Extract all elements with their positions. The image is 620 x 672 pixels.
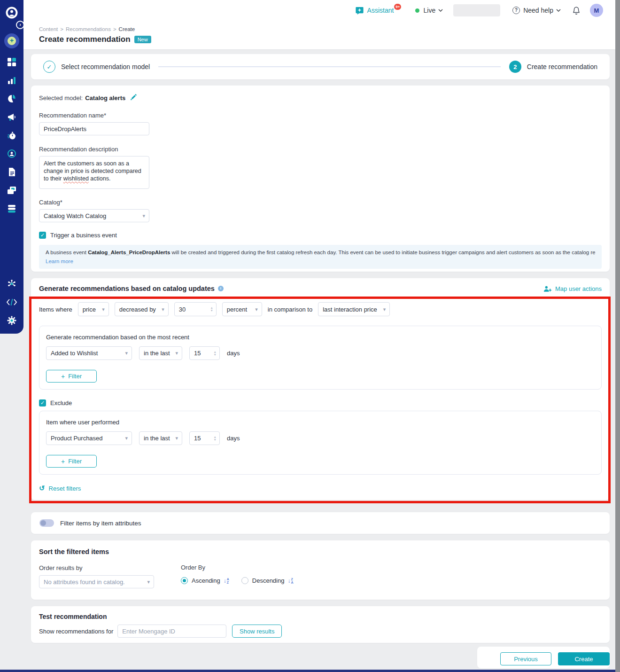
sort-card-title: Sort the filtered items [39,548,602,555]
chevron-down-icon: ▾ [125,435,128,441]
attribute-select[interactable]: price▾ [78,302,109,316]
sidebar-item-audience[interactable] [7,148,17,158]
assistant-chat-icon [355,6,364,15]
selected-model-value: Catalog alerts [85,94,125,102]
chevron-down-icon [438,9,443,12]
sidebar-item-data[interactable] [7,203,16,213]
attributes-toggle[interactable] [39,519,54,527]
exclude-days-input[interactable]: 15 ▲▼ [189,431,220,445]
moengage-id-input[interactable]: Enter Moengage ID [117,625,226,638]
breadcrumb-recommendations[interactable]: Recommendations [66,26,111,32]
description-label: Recommendation description [39,146,602,153]
in-comparison-to-label: in comparison to [268,306,312,313]
stepper-arrows-icon[interactable]: ▲▼ [210,306,213,312]
operator-select[interactable]: decreased by▾ [115,302,169,316]
exclude-action-select[interactable]: Product Purchased▾ [46,431,132,445]
need-help-menu[interactable]: ? Need help [512,7,561,14]
add-filter-button[interactable]: + Filter [46,455,97,468]
sidebar-item-segments[interactable] [7,94,16,103]
edit-model-button[interactable] [130,94,137,102]
exclude-window-select[interactable]: in the last▾ [139,431,182,445]
show-recommendations-label: Show recommendations for [39,628,113,635]
add-filter-button[interactable]: + Filter [46,370,97,383]
sidebar-expand-button[interactable]: › [16,21,24,29]
show-results-button[interactable]: Show results [232,625,282,638]
exclude-checkbox[interactable]: ✓ [39,399,46,406]
create-button[interactable]: Create [558,652,610,665]
chevron-down-icon: ▾ [142,213,145,219]
exclude-section-label: Item where user performed [46,419,595,426]
sidebar-item-content[interactable] [8,167,16,177]
network-icon [7,279,16,289]
sidebar-item-journeys[interactable] [7,130,16,140]
days-label: days [227,350,240,357]
sidebar-item-campaigns[interactable] [7,112,16,122]
items-where-label: Items where [39,306,72,313]
trigger-business-event-label: Trigger a business event [50,232,117,239]
sidebar-item-settings[interactable] [7,315,16,325]
sidebar-item-templates[interactable] [7,185,17,195]
sidebar-item-analytics[interactable] [7,75,16,85]
learn-more-link[interactable]: Learn more [46,258,595,264]
database-stack-icon [7,204,16,213]
stepper-arrows-icon[interactable]: ▲▼ [214,351,217,356]
business-event-name: Catalog_Alerts_PriceDropAlerts [88,250,170,255]
sidebar-nav: + [0,0,23,334]
trigger-business-event-checkbox[interactable]: ✓ [39,232,46,239]
catalog-select[interactable]: Catalog Watch Catalog ▾ [39,209,149,222]
code-icon [7,298,17,306]
chevron-down-icon: ▾ [255,306,258,313]
moengage-logo-icon[interactable] [5,6,19,22]
step1-label: Select recommendation model [61,63,150,70]
sidebar-item-create[interactable]: + [4,33,19,48]
step1-check-icon[interactable]: ✓ [43,61,55,73]
step2-circle[interactable]: 2 [509,61,521,73]
live-label: Live [423,7,435,14]
sidebar-item-integrations[interactable] [7,279,16,289]
sort-card: Sort the filtered items Order results by… [31,540,610,600]
stepper-arrows-icon[interactable]: ▲▼ [214,436,217,441]
ascending-radio[interactable] [181,577,188,584]
selected-model-label: Selected model: [39,94,83,102]
reset-filters-link[interactable]: ↺ Reset filters [39,484,602,492]
info-icon[interactable]: i [218,286,224,291]
breadcrumb-content[interactable]: Content [39,26,58,32]
previous-button[interactable]: Previous [500,652,551,665]
breadcrumb: Content>Recommendations>Create [39,26,615,32]
chevron-down-icon: ▾ [147,579,150,585]
sidebar-item-dashboard[interactable] [7,57,16,67]
amount-input[interactable]: 30 ▲▼ [174,302,217,316]
target-user-icon [7,148,17,159]
user-avatar[interactable]: M [590,4,603,17]
bottom-edge-strip [0,670,620,672]
recommendation-description-input[interactable]: Alert the customers as soon as a change … [39,156,149,189]
sidebar-item-developer-api[interactable] [7,297,17,307]
pencil-icon [130,94,137,101]
descending-radio[interactable] [241,577,248,584]
document-icon [8,167,16,177]
map-user-actions-link[interactable]: Map user actions [543,285,602,292]
recent-window-select[interactable]: in the last▾ [139,346,182,360]
recent-actions-box: Generate recommendation based on the mos… [39,326,602,390]
notifications-button[interactable] [572,6,581,15]
recommendation-name-input[interactable]: PriceDropAlerts [39,122,149,135]
recent-days-input[interactable]: 15 ▲▼ [189,346,220,360]
step2-label: Create recommendation [527,63,597,70]
recent-action-select[interactable]: Added to Wishlist▾ [46,346,132,360]
descending-label: Descending [252,577,285,584]
bar-chart-icon [7,76,16,85]
unit-select[interactable]: percent▾ [222,302,262,316]
name-label: Recommendation name* [39,112,602,119]
assistant-button[interactable]: Assistant 9+ [355,6,402,15]
app-root: + [0,0,620,672]
stopwatch-icon [7,131,16,140]
page-scrollbar[interactable] [615,0,620,672]
order-results-select[interactable]: No attributes found in catalog. ▾ [39,575,154,588]
ascending-label: Ascending [192,577,220,584]
live-status-dot-icon [415,8,419,13]
generate-recommendations-card: Generate recommendations based on catalo… [31,278,610,500]
comparison-select[interactable]: last interaction price▾ [318,302,390,316]
chevron-down-icon: ▾ [162,306,164,313]
reset-icon: ↺ [39,484,45,492]
environment-switcher[interactable]: Live [415,7,443,14]
